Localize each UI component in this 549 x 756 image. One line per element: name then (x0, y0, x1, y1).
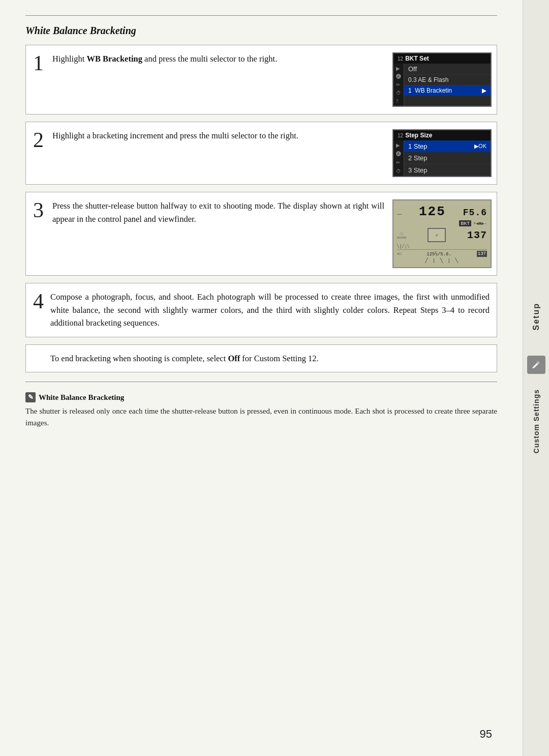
page-number: 95 (480, 728, 492, 741)
step-1-image: 12 BKT Set ▶ 🅐 ✏ ⏱ ? (392, 52, 492, 107)
step-1-block: 1 Highlight WB Bracketing and press the … (25, 45, 497, 114)
side-pencil-icon (527, 356, 545, 374)
note-block: To end bracketing when shooting is compl… (25, 344, 497, 373)
top-rule (25, 15, 497, 16)
section-title: White Balance Bracketing (25, 25, 497, 37)
main-content: White Balance Bracketing 1 Highlight WB … (0, 0, 523, 756)
step-3-number: 3 (26, 192, 50, 275)
footer-note: ✎ White Balance Bracketing The shutter i… (25, 392, 497, 428)
note-pencil-icon: ✎ (25, 392, 36, 402)
step-3-image: ━━━ 125 F5.6 BKT +◀■▶- □ NORM (392, 199, 492, 268)
step-1-text: Highlight WB Bracketing and press the mu… (52, 52, 384, 66)
note-text: To end bracketing when shooting is compl… (50, 352, 490, 365)
step-2-block: 2 Highlight a bracketing increment and p… (25, 122, 497, 185)
step-1-content: Highlight WB Bracketing and press the mu… (50, 45, 497, 114)
step-4-text: Compose a photograph, focus, and shoot. … (50, 290, 490, 330)
side-tab: Setup Custom Settings (523, 0, 549, 756)
side-tab-setup-label: Setup (532, 303, 541, 330)
footer-note-heading: White Balance Bracketing (39, 393, 124, 402)
footer-note-text: The shutter is released only once each t… (25, 405, 497, 428)
side-tab-custom-label: Custom Settings (532, 389, 540, 453)
step-3-block: 3 Press the shutter-release button halfw… (25, 192, 497, 276)
step-2-text: Highlight a bracketing increment and pre… (52, 129, 384, 142)
bottom-rule (25, 382, 497, 382)
step-1-number: 1 (26, 45, 50, 114)
page: White Balance Bracketing 1 Highlight WB … (0, 0, 549, 756)
step-3-content: Press the shutter-release button halfway… (50, 192, 497, 275)
step-4-number: 4 (26, 290, 50, 330)
step-4-block: 4 Compose a photograph, focus, and shoot… (25, 283, 497, 337)
footer-note-title: ✎ White Balance Bracketing (25, 392, 497, 402)
step-2-content: Highlight a bracketing increment and pre… (50, 122, 497, 184)
step-3-text: Press the shutter-release button halfway… (52, 199, 384, 225)
step-2-number: 2 (26, 122, 50, 184)
step-2-image: 12 Step Size ▶ 🅐 ✏ ⏱ (392, 129, 492, 177)
